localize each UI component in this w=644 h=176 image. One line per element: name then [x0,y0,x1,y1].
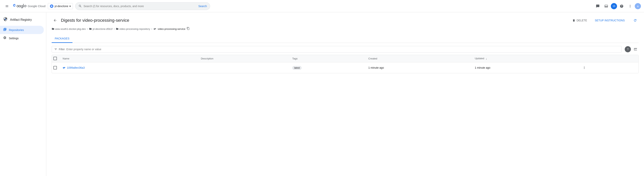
project-selector[interactable]: yt-devclone ▾ [48,3,73,9]
terminal-button[interactable] [602,2,610,10]
header-created-label: Created [368,57,377,60]
app-layout: Artifact Registry Repositories Settings … [0,12,644,176]
packages-table: Name Description Tags Created Updated [52,55,638,73]
repositories-icon [3,28,6,32]
search-bar[interactable]: Search [75,2,210,10]
copy-icon[interactable] [186,27,190,31]
header-checkbox-cell [52,55,60,62]
settings-icon [3,36,6,40]
breadcrumb-registry[interactable]: asia-south1-docker.pkg.dev [52,27,86,30]
header-tags: Tags [289,55,365,62]
breadcrumb-project-label: yt-devclone-d5b1f [92,27,112,30]
main-content: Digests for video-processing-service DEL… [46,12,644,176]
search-input[interactable] [84,4,197,8]
notification-count: 15 [612,5,615,7]
sidebar-item-settings[interactable]: Settings [0,34,44,42]
packages-table-element: Name Description Tags Created Updated [52,55,638,73]
setup-instructions-label: SETUP INSTRUCTIONS [595,19,625,22]
tab-packages[interactable]: PACKAGES [52,35,72,43]
row-created: 1 minute ago [368,66,384,69]
docker-icon [154,27,156,30]
row-created-cell: 1 minute ago [365,62,472,73]
breadcrumb-repo[interactable]: video-processing-repository [116,27,150,30]
project-dropdown-icon: ▾ [70,4,71,8]
tabs: PACKAGES [52,35,638,43]
table-header-row: Name Description Tags Created Updated [52,55,638,62]
header-updated[interactable]: Updated ↓ [472,55,578,62]
filter-row: Filter ? [52,46,638,55]
search-button[interactable]: Search [198,4,207,8]
header-name-label: Name [63,57,70,60]
breadcrumb-sep-3: › [151,27,152,31]
more-options-button[interactable] [626,2,634,10]
header-updated-label: Updated [475,57,484,60]
breadcrumb: asia-south1-docker.pkg.dev › yt-devclone… [52,27,638,31]
table-body: 1099a8ec06a3 latest 1 minute ago [52,62,638,73]
search-button-label: Search [198,4,207,8]
row-updated-cell: 1 minute ago [472,62,578,73]
header-actions-cell [578,55,638,62]
cloud-text: Google Cloud [28,4,46,8]
project-name: yt-devclone [54,4,68,8]
chat-button[interactable] [594,2,602,10]
sidebar: Artifact Registry Repositories Settings [0,12,46,176]
sort-desc-icon: ↓ [486,57,487,60]
row-description-cell [198,62,289,73]
filter-input[interactable] [66,48,619,51]
row-checkbox-cell [52,62,60,73]
folder-icon-repo [116,27,118,30]
folder-icon-project [89,27,92,30]
row-docker-icon [63,66,66,69]
google-cloud-logo: Google Cloud [13,4,46,8]
filter-bar[interactable]: Filter [52,46,622,52]
top-navigation: Google Cloud yt-devclone ▾ Search 15 a [0,0,644,12]
row-tag-badge: latest [292,66,302,70]
row-more-button[interactable] [581,65,587,71]
row-checkbox[interactable] [54,66,57,69]
breadcrumb-service-label: video-processing-service [158,27,186,30]
row-name-cell: 1099a8ec06a3 [60,62,198,73]
setup-instructions-button[interactable]: SETUP INSTRUCTIONS [592,17,627,23]
breadcrumb-project[interactable]: yt-devclone-d5b1f [89,27,112,30]
sidebar-app-name: Artifact Registry [10,18,32,21]
columns-button[interactable] [632,46,638,52]
row-name-link[interactable]: 1099a8ec06a3 [63,66,195,69]
search-icon [78,4,82,8]
menu-button[interactable] [3,2,11,10]
settings-label: Settings [9,37,19,40]
help-circle-button[interactable]: ? [625,46,631,52]
delete-label: DELETE [576,19,587,22]
project-icon [50,4,54,8]
nav-right: 15 a [594,2,641,10]
table-row: 1099a8ec06a3 latest 1 minute ago [52,62,638,73]
help-button[interactable] [618,2,626,10]
tab-packages-label: PACKAGES [55,37,70,40]
delete-icon [572,19,576,22]
notification-badge[interactable]: 15 [611,3,617,9]
filter-label: Filter [59,48,65,51]
filter-icon [54,48,57,51]
header-description: Description [198,55,289,62]
row-name: 1099a8ec06a3 [67,66,85,69]
header-tags-label: Tags [292,57,298,60]
user-avatar[interactable]: a [635,3,641,9]
select-all-checkbox[interactable] [54,57,57,60]
delete-button[interactable]: DELETE [570,17,589,23]
refresh-button[interactable] [632,17,638,24]
back-button[interactable] [52,17,58,24]
page-title: Digests for video-processing-service [61,18,568,23]
sidebar-header: Artifact Registry [0,15,46,26]
svg-point-0 [51,5,52,7]
row-updated: 1 minute ago [475,66,490,69]
header-name: Name [60,55,198,62]
row-tags-cell: latest [289,62,365,73]
header-actions: DELETE SETUP INSTRUCTIONS [570,17,638,24]
breadcrumb-current: video-processing-service [154,27,190,31]
repositories-label: Repositories [9,28,24,31]
sidebar-item-repositories[interactable]: Repositories [0,26,44,34]
row-actions-cell [578,62,638,73]
header-description-label: Description [201,57,214,60]
artifact-registry-icon [3,17,8,23]
header-created: Created [365,55,472,62]
table-header: Name Description Tags Created Updated [52,55,638,62]
